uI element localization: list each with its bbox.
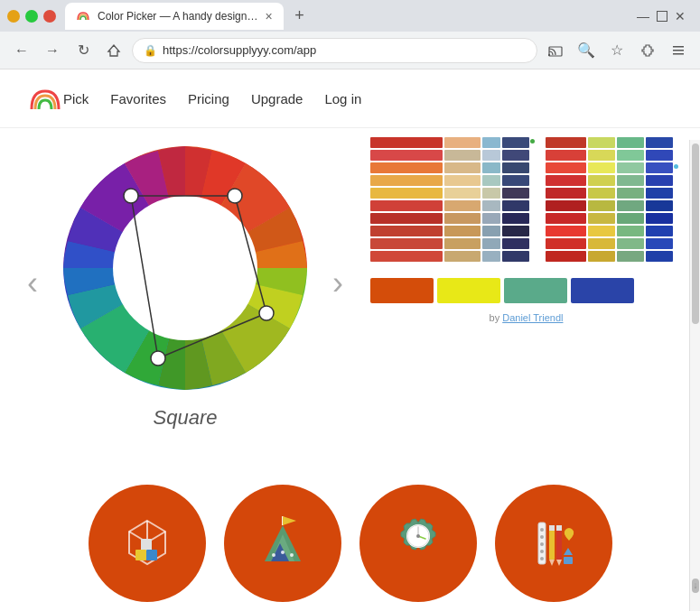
swatch[interactable]: [482, 251, 500, 262]
swatch[interactable]: [370, 175, 443, 186]
minimize-button[interactable]: [7, 10, 20, 23]
selected-swatch-3[interactable]: [504, 278, 567, 303]
swatch[interactable]: [370, 137, 443, 148]
new-tab-button[interactable]: +: [287, 4, 313, 29]
feature-achievement[interactable]: [224, 485, 341, 602]
selected-swatch-2[interactable]: [437, 278, 500, 303]
swatch[interactable]: [482, 150, 500, 161]
swatch[interactable]: [444, 150, 481, 161]
swatch[interactable]: [482, 200, 500, 211]
swatch[interactable]: [588, 162, 615, 173]
swatch[interactable]: [617, 238, 644, 249]
forward-button[interactable]: →: [40, 38, 65, 63]
swatch[interactable]: [588, 226, 615, 236]
scrollbar-thumb[interactable]: [692, 143, 699, 324]
swatch[interactable]: [444, 200, 481, 211]
swatch[interactable]: [502, 175, 529, 186]
swatch[interactable]: [482, 188, 500, 199]
swatch[interactable]: [482, 213, 500, 224]
swatch[interactable]: [546, 213, 586, 224]
swatch[interactable]: [482, 226, 500, 236]
restore-window-button[interactable]: [657, 11, 667, 22]
swatch[interactable]: [546, 251, 586, 262]
swatch[interactable]: [502, 137, 529, 148]
feature-design-tools[interactable]: [495, 485, 612, 602]
swatch[interactable]: [646, 162, 673, 173]
swatch[interactable]: [646, 175, 673, 186]
swatch[interactable]: [617, 188, 644, 199]
swatch[interactable]: [546, 150, 586, 161]
browser-tab[interactable]: Color Picker — A handy design… ×: [65, 3, 284, 30]
swatch[interactable]: [546, 238, 586, 249]
selected-swatch-4[interactable]: [571, 278, 634, 303]
swatch[interactable]: [646, 188, 673, 199]
swatch[interactable]: [482, 175, 500, 186]
close-button[interactable]: [43, 10, 56, 23]
swatch[interactable]: [370, 200, 443, 211]
swatch[interactable]: [546, 200, 586, 211]
swatch[interactable]: [546, 226, 586, 236]
prev-harmony-button[interactable]: ‹: [18, 255, 47, 311]
swatch[interactable]: [444, 226, 481, 236]
swatch[interactable]: [370, 213, 443, 224]
swatch[interactable]: [646, 226, 673, 236]
swatch[interactable]: [546, 162, 586, 173]
swatch[interactable]: [502, 162, 529, 173]
swatch[interactable]: [482, 137, 500, 148]
swatch[interactable]: [444, 162, 481, 173]
swatch[interactable]: [588, 150, 615, 161]
swatch[interactable]: [502, 226, 529, 236]
swatch[interactable]: [546, 175, 586, 186]
swatch[interactable]: [546, 188, 586, 199]
color-wheel[interactable]: [54, 137, 316, 399]
swatch[interactable]: [444, 175, 481, 186]
nav-pricing[interactable]: Pricing: [188, 91, 229, 106]
scroll-down-button[interactable]: ↓: [692, 579, 699, 593]
swatch[interactable]: [588, 251, 615, 262]
window-controls[interactable]: [7, 10, 56, 23]
bookmark-button[interactable]: ☆: [604, 38, 630, 63]
swatch[interactable]: [588, 238, 615, 249]
swatch[interactable]: [588, 188, 615, 199]
site-logo[interactable]: [27, 80, 63, 116]
next-harmony-button[interactable]: ›: [323, 255, 352, 311]
close-window-button[interactable]: ✕: [675, 9, 686, 23]
swatch[interactable]: [617, 162, 644, 173]
nav-login[interactable]: Log in: [324, 91, 361, 106]
swatch[interactable]: [646, 137, 673, 148]
reload-button[interactable]: ↻: [70, 38, 96, 63]
tab-close-button[interactable]: ×: [265, 9, 272, 23]
swatch[interactable]: [646, 238, 673, 249]
swatch[interactable]: [502, 251, 529, 262]
scrollbar-track[interactable]: ↓: [689, 140, 700, 611]
swatch[interactable]: [617, 200, 644, 211]
swatch[interactable]: [370, 226, 443, 236]
swatch[interactable]: [370, 238, 443, 249]
swatch[interactable]: [617, 251, 644, 262]
swatch[interactable]: [444, 251, 481, 262]
browser-menu-button[interactable]: [666, 38, 691, 63]
swatch[interactable]: [502, 188, 529, 199]
cast-button[interactable]: [543, 38, 568, 63]
swatch[interactable]: [502, 238, 529, 249]
swatch[interactable]: [646, 251, 673, 262]
back-button[interactable]: ←: [9, 38, 34, 63]
swatch[interactable]: [646, 213, 673, 224]
swatch[interactable]: [617, 137, 644, 148]
swatch[interactable]: [444, 188, 481, 199]
swatch[interactable]: [588, 137, 615, 148]
swatch[interactable]: [588, 175, 615, 186]
swatch[interactable]: [617, 213, 644, 224]
selected-swatch-1[interactable]: [370, 278, 434, 303]
swatch[interactable]: [370, 251, 443, 262]
swatch[interactable]: [444, 238, 481, 249]
swatch[interactable]: [370, 150, 443, 161]
maximize-button[interactable]: [25, 10, 38, 23]
address-bar[interactable]: 🔒 https://colorsupplyyy.com/app: [132, 38, 537, 63]
swatch[interactable]: [370, 188, 443, 199]
feature-settings[interactable]: [359, 485, 477, 602]
swatch[interactable]: [617, 226, 644, 236]
swatch[interactable]: [646, 200, 673, 211]
nav-upgrade[interactable]: Upgrade: [251, 91, 303, 106]
extensions-button[interactable]: [635, 38, 660, 63]
